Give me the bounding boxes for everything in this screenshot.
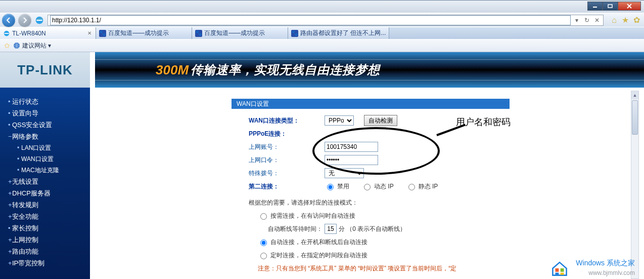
idle-label-a: 自动断线等待时间： [268,225,323,233]
suggested-sites-label: 建议网站 ▾ [22,42,51,50]
refresh-icon[interactable]: ↻ [583,17,591,24]
nav-bandwidth[interactable]: +IP带宽控制 [8,259,90,268]
nav-forward-button[interactable] [18,14,31,27]
browser-navbar: ▾ ↻ ✕ ⌂ ★ ✿ [0,13,644,27]
main-panel: WAN口设置 WAN口连接类型： PPPoE 自动检测 PPPoE连接： 上网账… [95,88,644,279]
svg-rect-9 [556,273,559,275]
scroll-thumb[interactable] [632,100,638,135]
pppoe-section-label: PPPoE连接： [249,130,325,138]
nav-network[interactable]: −网络参数 [8,132,90,141]
nav-mac-clone[interactable]: •MAC地址克隆 [17,166,90,175]
addr-dropdown-icon[interactable]: ▾ [573,17,581,24]
autodetect-button[interactable]: 自动检测 [364,115,397,126]
banner: 300M 传输速率，实现无线自由连接梦想 [95,52,644,88]
password-label: 上网口令： [249,156,325,165]
add-favorite-icon[interactable]: ✩ [4,42,10,50]
special-dial-select[interactable]: 无 [325,168,364,178]
suggested-sites-link[interactable]: 建议网站 ▾ [13,42,51,50]
favorites-star-icon[interactable]: ★ [621,15,630,25]
banner-speed: 300M [156,62,189,78]
tab-label: 路由器都设置好了 但连不上网... [300,29,386,37]
svg-rect-1 [608,5,612,8]
svg-rect-5 [5,33,9,34]
idle-label-b: 分 （0 表示不自动断线） [339,225,406,233]
window-minimize-button[interactable] [587,2,603,11]
watermark-url: www.bjmmlv.com [588,269,635,276]
watermark-title: Windows 系统之家 [576,259,635,268]
nav-qss[interactable]: •QSS安全设置 [8,121,90,130]
nav-wan[interactable]: •WAN口设置 [17,155,90,164]
idle-minutes-input[interactable] [325,224,337,234]
content-scrollbar[interactable]: ▲ [631,91,639,279]
mode-scheduled-radio[interactable] [260,253,267,259]
account-label: 上网账号： [249,143,325,151]
window-titlebar [0,0,644,13]
conn-type-label: WAN口连接类型： [249,116,325,125]
tab-1[interactable]: 🐾 百度知道——成功提示 [96,27,192,39]
nav-wizard[interactable]: •设置向导 [8,109,90,118]
mode-hint: 根据您的需要，请选择对应的连接模式： [249,198,358,207]
tab-2[interactable]: 🐾 百度知道——成功提示 [192,27,288,39]
nav-back-button[interactable] [2,14,15,27]
tab-0[interactable]: TL-WR840N ✕ [0,27,96,39]
baidu-paw-icon: 🐾 [195,30,202,37]
address-bar[interactable]: ▾ ↻ ✕ [48,15,604,26]
sidebar-nav: •运行状态 •设置向导 •QSS安全设置 −网络参数 •LAN口设置 •WAN口… [0,88,90,279]
mode-auto-radio[interactable] [260,240,267,246]
password-input[interactable] [325,155,378,165]
annotation-text: 用户名和密码 [456,116,511,128]
tab-close-icon[interactable]: ✕ [86,30,93,36]
radio-staticip[interactable]: 静态 IP [406,182,438,191]
nav-route[interactable]: +路由功能 [8,247,90,256]
baidu-paw-icon: 🐾 [99,30,106,37]
brand-logo-text: TP-LINK [17,62,73,78]
special-dial-label: 特殊拨号： [249,169,325,178]
tab-strip: TL-WR840N ✕ 🐾 百度知道——成功提示 🐾 百度知道——成功提示 🐾 … [0,27,644,39]
favorites-bar: ✩ 建议网站 ▾ [0,39,644,52]
ie-icon [3,30,10,37]
window-close-button[interactable] [618,2,641,11]
globe-icon [13,42,20,49]
panel-title: WAN口设置 [232,99,510,109]
nav-dhcp[interactable]: +DHCP服务器 [8,189,90,198]
nav-status[interactable]: •运行状态 [8,97,90,106]
tab-3[interactable]: 🐾 路由器都设置好了 但连不上网... [288,27,389,39]
conn-type-select[interactable]: PPPoE [325,115,354,126]
radio-disable[interactable]: 禁用 [325,182,349,191]
banner-text: 传输速率，实现无线自由连接梦想 [191,62,380,78]
nav-lan[interactable]: •LAN口设置 [17,144,90,152]
mode-ondemand-radio[interactable] [260,213,267,220]
mode-ondemand-label: 按需连接，在有访问时自动连接 [270,212,355,220]
nav-wireless[interactable]: +无线设置 [8,177,90,186]
mode-auto-label: 自动连接，在开机和断线后自动连接 [270,238,367,247]
home-icon[interactable]: ⌂ [610,16,619,25]
settings-gear-icon[interactable]: ✿ [632,15,641,25]
nav-parental[interactable]: •家长控制 [8,224,90,233]
address-input[interactable] [50,15,571,25]
tab-label: TL-WR840N [12,30,46,37]
svg-rect-10 [561,273,564,275]
account-input[interactable] [325,142,378,152]
radio-dynip[interactable]: 动态 IP [361,182,394,191]
brand-logo-cell: TP-LINK [0,52,90,88]
schedule-note: 注意：只有当您到 “系统工具” 菜单的 “时间设置” 项设置了当前时间后，“定 [258,264,456,273]
tab-label: 百度知道——成功提示 [108,29,169,37]
stop-icon[interactable]: ✕ [593,17,601,24]
baidu-paw-icon: 🐾 [291,30,298,37]
watermark-logo-icon [551,260,568,277]
nav-forward[interactable]: +转发规则 [8,201,90,210]
svg-rect-8 [561,268,564,272]
svg-rect-7 [556,268,559,272]
mode-scheduled-label: 定时连接，在指定的时间段自动连接 [270,251,367,260]
scroll-up-icon[interactable]: ▲ [631,91,638,99]
page: TP-LINK 300M 传输速率，实现无线自由连接梦想 •运行状态 •设置向导… [0,52,644,279]
ie-icon [34,15,44,25]
svg-rect-3 [36,19,42,20]
nav-access[interactable]: +上网控制 [8,235,90,245]
nav-security[interactable]: +安全功能 [8,212,90,221]
second-conn-label: 第二连接： [249,182,325,191]
window-maximize-button[interactable] [603,2,618,11]
tab-label: 百度知道——成功提示 [204,29,265,37]
